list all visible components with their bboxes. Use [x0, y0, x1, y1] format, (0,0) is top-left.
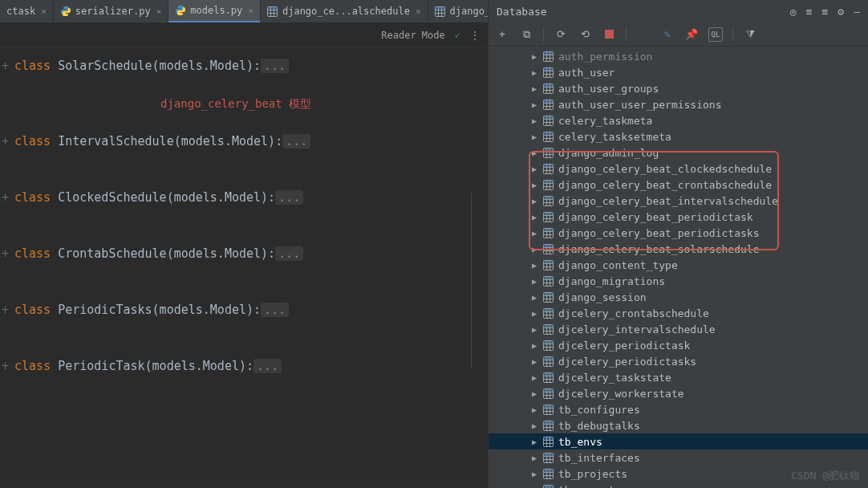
table-row[interactable]: ▶django_content_type — [489, 257, 868, 273]
chevron-right-icon[interactable]: ▶ — [530, 277, 538, 286]
tab-label: ctask — [6, 6, 35, 17]
chevron-right-icon[interactable]: ▶ — [530, 293, 538, 302]
table-name: django_session — [558, 291, 647, 303]
chevron-right-icon[interactable]: ▶ — [530, 181, 538, 189]
chevron-right-icon[interactable]: ▶ — [530, 389, 538, 398]
table-name: django_celery_beat_crontabschedule — [558, 179, 772, 191]
table-row[interactable]: ▶django_celery_beat_clockedschedule — [489, 161, 868, 177]
table-row[interactable]: ▶auth_user_user_permissions — [489, 96, 868, 112]
filter-icon[interactable]: ⧩ — [743, 27, 757, 42]
chevron-right-icon[interactable]: ▶ — [530, 213, 538, 222]
more-icon[interactable]: ⋮ — [470, 30, 480, 41]
table-icon — [543, 356, 554, 367]
table-name: tb_projects — [558, 468, 627, 480]
check-icon[interactable]: ✓ — [455, 30, 460, 41]
table-row[interactable]: ▶django_migrations — [489, 273, 868, 289]
close-icon[interactable]: × — [156, 6, 162, 17]
table-row[interactable]: ▶auth_user — [489, 64, 868, 80]
add-icon[interactable]: + — [495, 27, 509, 42]
chevron-right-icon[interactable]: ▶ — [530, 100, 538, 109]
chevron-right-icon[interactable]: ▶ — [530, 68, 538, 77]
gear-icon[interactable]: ⚙ — [838, 6, 844, 18]
tab-ctask[interactable]: ctask× — [0, 0, 54, 22]
table-row[interactable]: ▶djcelery_workerstate — [489, 385, 868, 401]
stop-icon[interactable] — [602, 27, 616, 42]
chevron-right-icon[interactable]: ▶ — [530, 453, 538, 462]
chevron-right-icon[interactable]: ▶ — [530, 325, 538, 334]
table-row[interactable]: ▶tb_configures — [489, 401, 868, 417]
table-row[interactable]: ▶django_session — [489, 289, 868, 305]
table-row[interactable]: ▶djcelery_periodictask — [489, 337, 868, 353]
fold-icon[interactable]: + — [2, 188, 9, 207]
target-icon[interactable]: ◎ — [790, 6, 797, 18]
table-row[interactable]: ▶djcelery_taskstate — [489, 369, 868, 385]
table-row[interactable]: ▶tb_debugtalks — [489, 417, 868, 433]
table-row[interactable]: ▶auth_user_groups — [489, 80, 868, 96]
table-row[interactable]: ▶django_celery_beat_periodictask — [489, 209, 868, 225]
table-row[interactable]: ▶django_celery_beat_solarschedule — [489, 241, 868, 257]
chevron-right-icon[interactable]: ▶ — [530, 229, 538, 238]
chevron-right-icon[interactable]: ▶ — [530, 486, 538, 489]
table-view-icon[interactable] — [636, 27, 651, 42]
reader-mode-label[interactable]: Reader Mode — [381, 30, 444, 41]
expand-icon[interactable]: ≡ — [822, 6, 829, 18]
close-icon[interactable]: × — [248, 6, 254, 16]
table-row[interactable]: ▶django_admin_log — [489, 144, 868, 161]
table-icon — [543, 212, 554, 222]
fold-icon[interactable]: + — [2, 56, 9, 75]
chevron-right-icon[interactable]: ▶ — [530, 165, 538, 173]
chevron-right-icon[interactable]: ▶ — [530, 116, 538, 125]
table-row[interactable]: ▶celery_taskmeta — [489, 112, 868, 128]
table-row[interactable]: ▶tb_interfaces — [489, 449, 868, 466]
tab-django_ce-alschedule[interactable]: django_ce...alschedule× — [261, 0, 428, 22]
chevron-right-icon[interactable]: ▶ — [530, 470, 538, 478]
table-row[interactable]: ▶djcelery_crontabschedule — [489, 305, 868, 321]
collapse-icon[interactable]: ≡ — [806, 6, 813, 18]
chevron-right-icon[interactable]: ▶ — [530, 245, 538, 254]
table-row[interactable]: ▶django_celery_beat_periodictasks — [489, 225, 868, 241]
code-area[interactable]: +class SolarSchedule(models.Model):...dj… — [0, 48, 488, 488]
sync-icon[interactable]: ⟲ — [578, 27, 592, 42]
database-tree[interactable]: ▶auth_permission▶auth_user▶auth_user_gro… — [489, 47, 868, 488]
chevron-right-icon[interactable]: ▶ — [530, 84, 538, 93]
close-icon[interactable]: × — [41, 6, 47, 17]
pin-icon[interactable]: 📌 — [684, 27, 699, 42]
fold-icon[interactable]: + — [2, 356, 9, 376]
duplicate-icon[interactable]: ⧉ — [519, 27, 533, 42]
table-icon — [543, 437, 554, 447]
close-icon[interactable]: × — [416, 6, 421, 17]
tab-models-py[interactable]: models.py× — [168, 0, 261, 22]
chevron-right-icon[interactable]: ▶ — [530, 309, 538, 318]
table-row[interactable]: ▶auth_permission — [489, 48, 868, 64]
chevron-right-icon[interactable]: ▶ — [530, 421, 538, 430]
table-name: django_celery_beat_solarschedule — [558, 243, 759, 255]
chevron-right-icon[interactable]: ▶ — [530, 405, 538, 414]
chevron-right-icon[interactable]: ▶ — [530, 373, 538, 382]
table-name: auth_user_groups — [558, 83, 659, 95]
chevron-right-icon[interactable]: ▶ — [530, 261, 538, 270]
chevron-right-icon[interactable]: ▶ — [530, 357, 538, 366]
table-row[interactable]: ▶djcelery_periodictasks — [489, 353, 868, 369]
edit-icon[interactable]: ✎ — [660, 27, 675, 42]
table-row[interactable]: ▶djcelery_intervalschedule — [489, 321, 868, 337]
table-row[interactable]: ▶django_celery_beat_intervalschedule — [489, 193, 868, 209]
chevron-right-icon[interactable]: ▶ — [530, 437, 538, 446]
chevron-right-icon[interactable]: ▶ — [530, 148, 538, 157]
table-row[interactable]: ▶celery_tasksetmeta — [489, 128, 868, 144]
chevron-right-icon[interactable]: ▶ — [530, 132, 538, 141]
tab-serializer-py[interactable]: serializer.py× — [54, 0, 169, 22]
fold-icon[interactable]: + — [2, 300, 9, 319]
class-definition: class IntervalSchedule(models.Model):... — [0, 132, 488, 151]
table-row[interactable]: ▶tb_envs — [489, 433, 868, 449]
chevron-right-icon[interactable]: ▶ — [530, 52, 538, 61]
table-row[interactable]: ▶django_celery_beat_crontabschedule — [489, 177, 868, 193]
fold-icon[interactable]: + — [2, 132, 9, 151]
hide-icon[interactable]: — — [854, 6, 860, 18]
fold-icon[interactable]: + — [2, 244, 9, 263]
ql-icon[interactable]: QL — [708, 27, 723, 42]
chevron-right-icon[interactable]: ▶ — [530, 197, 538, 205]
refresh-icon[interactable]: ⟳ — [554, 27, 568, 42]
class-definition: class PeriodicTasks(models.Model):... — [0, 300, 488, 319]
class-definition: class CrontabSchedule(models.Model):... — [0, 244, 488, 263]
chevron-right-icon[interactable]: ▶ — [530, 341, 538, 350]
